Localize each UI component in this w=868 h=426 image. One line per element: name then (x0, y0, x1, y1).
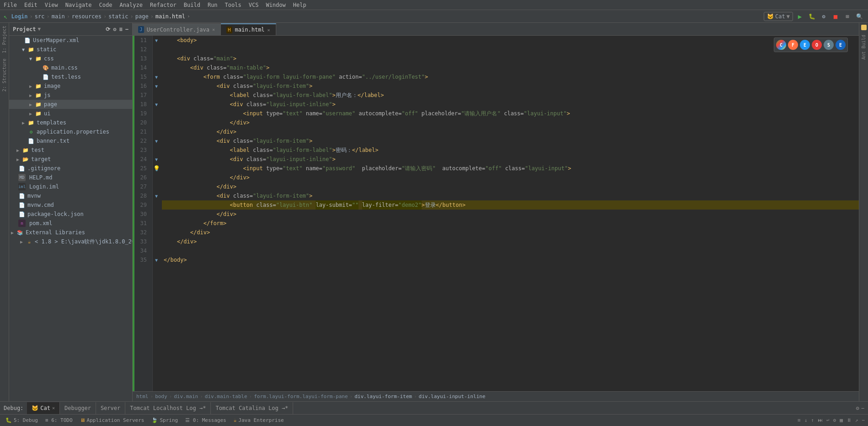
breadcrumb-file[interactable]: main.html (155, 13, 185, 20)
vtab-antbuild[interactable]: Ant Build (860, 32, 867, 62)
tree-jdk[interactable]: ▶ ☕ < 1.8 > E:\java软件\jdk1.8.0_201 (9, 237, 132, 246)
bottom-icon-10[interactable]: − (860, 417, 866, 423)
tree-target[interactable]: ▶ 📂 target (9, 155, 132, 164)
tree-bannertxt[interactable]: 📄 banner.txt (9, 136, 132, 146)
bottom-icon-1[interactable]: ≡ (796, 417, 802, 423)
tree-loginiml[interactable]: iml Login.iml (9, 182, 132, 191)
opera-icon[interactable]: O (812, 40, 822, 50)
bc-body[interactable]: body (155, 394, 167, 399)
bc-form[interactable]: form.layui-form.layui-form-pane (254, 394, 348, 399)
debug-tab-server[interactable]: Server (96, 402, 125, 414)
sync-icon[interactable]: ⟳ (106, 26, 110, 32)
bc-divmain[interactable]: div.main (174, 394, 198, 399)
tree-ui[interactable]: ▶ 📁 ui (9, 109, 132, 118)
vtab-structure[interactable]: 2: Structure (1, 56, 8, 94)
bottom-icon-7[interactable]: ▦ (838, 417, 844, 423)
tree-pkgjson[interactable]: 📄 package-lock.json (9, 210, 132, 219)
tree-image[interactable]: ▶ 📁 image (9, 81, 132, 91)
breadcrumb-resources[interactable]: resources (72, 13, 102, 20)
menu-view[interactable]: View (45, 2, 58, 8)
debug-tab-debugger[interactable]: Debugger (60, 402, 96, 414)
tree-test[interactable]: ▶ 📁 test (9, 146, 132, 155)
breadcrumb-page[interactable]: page (135, 13, 149, 20)
debug-status-btn[interactable]: 🐛 5: Debug (2, 415, 42, 426)
settings-icon[interactable]: ⚙ (856, 405, 859, 411)
menu-edit[interactable]: Edit (24, 2, 38, 8)
vtab-project[interactable]: 1: Project (1, 23, 8, 56)
ie-icon[interactable]: E (836, 40, 846, 50)
gear-icon[interactable]: ⚙ (113, 26, 116, 32)
menu-code[interactable]: Code (99, 2, 113, 8)
breadcrumb-static[interactable]: static (108, 13, 128, 20)
bottom-icon-4[interactable]: ⏭ (816, 417, 824, 423)
tree-mvnwcmd[interactable]: 📄 mvnw.cmd (9, 200, 132, 210)
menu-build[interactable]: Build (184, 2, 200, 8)
run-button[interactable]: ▶ (795, 11, 805, 22)
debug-tab-tomcatcatalina[interactable]: Tomcat Catalina Log →* (211, 402, 293, 414)
bc-divformitem[interactable]: div.layui-form-item (354, 394, 412, 399)
bottom-icon-3[interactable]: ↑ (809, 417, 815, 423)
tree-templates[interactable]: ▶ 📁 templates (9, 118, 132, 127)
tree-usermapper[interactable]: 📄 UserMapper.xml (9, 36, 132, 45)
tree-appprops[interactable]: ⚙ application.properties (9, 127, 132, 136)
bottom-icon-8[interactable]: ⏸ (845, 417, 853, 423)
debug-tab-tomcatlocalhost[interactable]: Tomcat Localhost Log →* (125, 402, 211, 414)
menu-refactor[interactable]: Refactor (150, 2, 177, 8)
tree-page[interactable]: ▶ 📁 page (9, 100, 132, 109)
menu-navigate[interactable]: Navigate (65, 2, 92, 8)
menu-window[interactable]: Window (266, 2, 285, 8)
breadcrumb-login[interactable]: Login (11, 13, 27, 20)
bottom-icon-5[interactable]: ↩ (825, 417, 831, 423)
coverage-button[interactable]: ⚙ (819, 11, 829, 22)
menu-vcs[interactable]: VCS (249, 2, 259, 8)
tree-pomxml[interactable]: m pom.xml (9, 219, 132, 228)
tab-usercontroller[interactable]: J UserController.java ✕ (133, 23, 221, 35)
spring-status-btn[interactable]: 🍃 Spring (148, 415, 182, 426)
cat-dropdown[interactable]: 🐱 Cat ▼ (764, 12, 793, 21)
firefox-icon[interactable]: F (788, 40, 798, 50)
tree-js[interactable]: ▶ 📁 js (9, 91, 132, 100)
menu-analyze[interactable]: Analyze (119, 2, 143, 8)
tree-mvnw[interactable]: 📄 mvnw (9, 191, 132, 200)
bottom-icon-9[interactable]: ↗ (854, 417, 860, 423)
todo-status-btn[interactable]: ≡ 6: TODO (42, 415, 76, 426)
bc-html[interactable]: html (136, 394, 149, 399)
close-debug-tab[interactable]: ✕ (52, 405, 55, 410)
tree-maincss[interactable]: 🎨 main.css (9, 63, 132, 72)
bc-divmaintable[interactable]: div.main-table (205, 394, 247, 399)
tree-testless[interactable]: 📄 test.less (9, 72, 132, 81)
minimize-icon[interactable]: − (125, 26, 129, 32)
search-everywhere[interactable]: 🔍 (854, 11, 864, 22)
tree-css[interactable]: ▼ 📁 css (9, 54, 132, 63)
tree-static[interactable]: ▼ 📁 static (9, 45, 132, 54)
messages-status-btn[interactable]: ☰ 0: Messages (182, 415, 230, 426)
bc-divinputinline[interactable]: div.layui-input-inline (419, 394, 486, 399)
tree-helpmd[interactable]: MD HELP.md (9, 173, 132, 182)
layout-button[interactable]: ⊞ (842, 11, 852, 22)
menu-tools[interactable]: Tools (225, 2, 241, 8)
menu-file[interactable]: File (4, 2, 17, 8)
chrome-icon[interactable]: C (776, 40, 786, 50)
layout-icon[interactable]: ≡ (119, 26, 123, 32)
tab-close-mainhtml[interactable]: ✕ (268, 27, 270, 32)
tree-gitignore[interactable]: 📄 .gitignore (9, 164, 132, 173)
code-lines[interactable]: <body> <div class="main"> <div class="ma… (160, 36, 859, 391)
debug-tab-cat[interactable]: 🐱 Cat ✕ (27, 402, 60, 414)
appservers-status-btn[interactable]: 🖥 Application Servers (76, 415, 148, 426)
minus-icon[interactable]: − (861, 405, 864, 411)
javaenterprise-status-btn[interactable]: ☕ Java Enterprise (230, 415, 288, 426)
debug-button[interactable]: 🐛 (807, 11, 817, 22)
bottom-icon-6[interactable]: ⚙ (832, 417, 838, 423)
code-line-26: </div> (162, 173, 859, 182)
menu-help[interactable]: Help (293, 2, 306, 8)
edge-icon[interactable]: E (800, 40, 810, 50)
menu-run[interactable]: Run (208, 2, 218, 8)
bottom-icon-2[interactable]: ↓ (803, 417, 809, 423)
safari-icon[interactable]: S (824, 40, 834, 50)
tab-mainhtml[interactable]: H main.html ✕ (221, 23, 276, 35)
tab-close-usercontroller[interactable]: ✕ (212, 27, 215, 32)
breadcrumb-src[interactable]: src (35, 13, 45, 20)
tree-extlibs[interactable]: ▶ 📚 External Libraries (9, 228, 132, 237)
breadcrumb-main[interactable]: main (52, 13, 65, 20)
stop-button[interactable]: ■ (830, 11, 841, 22)
